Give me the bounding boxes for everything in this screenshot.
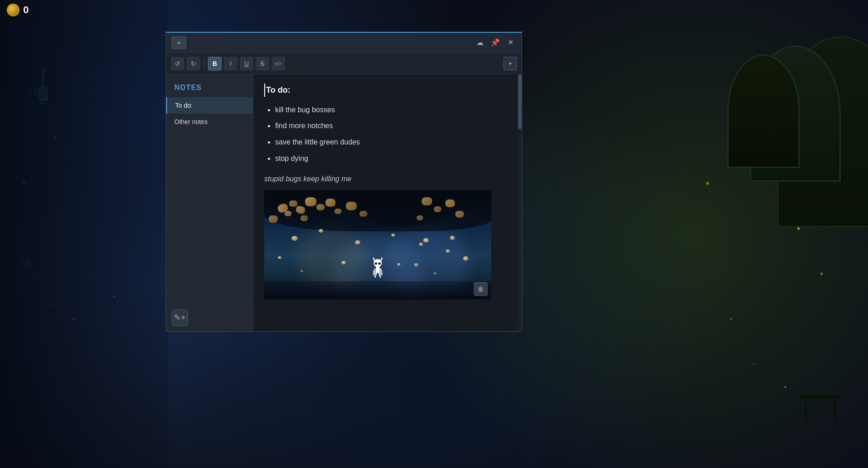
note-editor[interactable]: To do: kill the bug bosses find more not…	[253, 75, 522, 331]
note-image: 🗑	[264, 190, 491, 299]
bold-button[interactable]: B	[208, 57, 222, 70]
sidebar-item-todo[interactable]: To do:	[166, 97, 253, 114]
note-caption: stupid bugs keep killing me	[264, 173, 511, 185]
panel-main-content: NOTES To do: Other notes ✎+ To do: kill …	[166, 75, 522, 331]
ground	[264, 281, 491, 299]
svg-point-4	[378, 262, 381, 264]
sidebar-title: NOTES	[166, 77, 253, 97]
italic-button[interactable]: I	[224, 57, 237, 70]
editor-toolbar: ↺ ↻ B I U S </> ▾	[166, 53, 522, 75]
note-title[interactable]: To do:	[264, 84, 511, 97]
panel-top-bar: « ☁ 📌 ×	[166, 33, 522, 53]
delete-image-button[interactable]: 🗑	[474, 282, 488, 296]
geo-icon	[7, 4, 20, 16]
close-button[interactable]: ×	[505, 37, 516, 48]
sidebar-item-todo-label: To do:	[175, 102, 192, 109]
code-button[interactable]: </>	[271, 57, 285, 70]
collapse-button[interactable]: «	[172, 36, 186, 49]
undo-button[interactable]: ↺	[171, 57, 184, 70]
arch-decorations	[641, 0, 868, 468]
toolbar-separator-1	[204, 59, 204, 68]
notes-sidebar: NOTES To do: Other notes ✎+	[166, 75, 253, 331]
cloud-button[interactable]: ☁	[474, 37, 485, 48]
player-character	[370, 258, 385, 278]
resize-handle[interactable]: ⋱	[514, 324, 522, 331]
notes-panel: « ☁ 📌 × ↺ ↻ B I U S </> ▾ NOTES To do: O…	[166, 32, 522, 332]
editor-scrollbar[interactable]	[518, 75, 522, 331]
list-item: kill the bug bosses	[275, 104, 511, 116]
sidebar-item-other-label: Other notes	[174, 118, 207, 125]
more-options-button[interactable]: ▾	[503, 57, 517, 70]
list-item: stop dying	[275, 153, 511, 164]
geo-count: 0	[23, 4, 29, 16]
hollow-knight-scene: 🗑	[264, 190, 491, 299]
panel-nav: «	[172, 36, 186, 49]
sidebar-item-other[interactable]: Other notes	[166, 114, 253, 130]
game-ui: 0	[0, 0, 35, 20]
creature-mass-2	[355, 190, 446, 227]
pin-button[interactable]: 📌	[490, 37, 501, 48]
list-item: save the little green dudes	[275, 136, 511, 148]
list-item: find more notches	[275, 120, 511, 132]
scroll-thumb[interactable]	[518, 75, 522, 129]
resize-icon: ⋱	[516, 325, 520, 330]
redo-button[interactable]: ↻	[187, 57, 200, 70]
left-decoration: ❧ ❧ ❦	[0, 0, 168, 468]
svg-point-3	[375, 262, 377, 264]
strikethrough-button[interactable]: S	[256, 57, 269, 70]
sidebar-footer: ✎+	[166, 304, 253, 331]
svg-rect-5	[376, 267, 380, 273]
underline-button[interactable]: U	[240, 57, 253, 70]
note-list: kill the bug bosses find more notches sa…	[264, 104, 511, 164]
add-note-button[interactable]: ✎+	[172, 309, 188, 326]
